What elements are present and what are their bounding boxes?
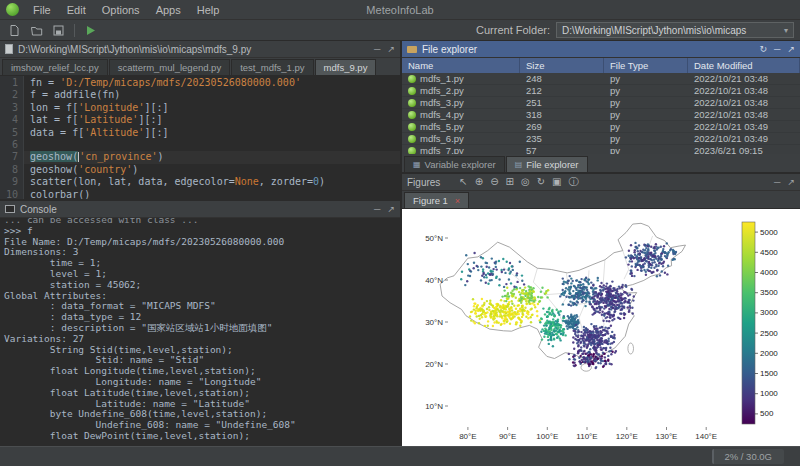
editor-tab[interactable]: mdfs_9.py — [315, 59, 377, 75]
full-extent-icon[interactable]: ◎ — [521, 177, 530, 187]
code-line[interactable] — [24, 139, 400, 151]
figures-panel: Figures ↖⊕⊖⊞◎↻▣ⓘ ─ ↗ Figure 1 × 80°E90°E… — [402, 174, 800, 446]
float-window-icon[interactable]: ↗ — [787, 178, 795, 187]
info-icon[interactable]: ⓘ — [569, 177, 579, 187]
zoom-in-icon[interactable]: ⊕ — [475, 177, 483, 187]
console-output[interactable]: ... can be accessed with class ...>>> fF… — [0, 218, 400, 446]
menu-item-edit[interactable]: Edit — [59, 3, 94, 17]
menu-item-help[interactable]: Help — [189, 3, 228, 17]
figures-header: Figures ↖⊕⊖⊞◎↻▣ⓘ ─ ↗ — [402, 174, 800, 191]
svg-text:90°E: 90°E — [499, 432, 516, 441]
file-row[interactable]: mdfs_1.py248py2022/10/21 03:48 — [402, 73, 800, 85]
file-explorer-panel: File explorer ↻ ─ ↗ NameSizeFile TypeDat… — [402, 41, 800, 174]
open-file-button[interactable] — [28, 22, 45, 39]
python-file-icon — [408, 135, 416, 143]
file-explorer-title: File explorer — [422, 44, 477, 55]
main-toolbar: Current Folder: D:\Working\MIScript\Jyth… — [0, 20, 800, 41]
tab-file-explorer[interactable]: ▤ File explorer — [506, 156, 588, 172]
file-row[interactable]: mdfs_7.py57py2023/6/21 09:15 — [402, 145, 800, 154]
tab-label: Variable explorer — [425, 159, 496, 170]
figures-title: Figures — [407, 177, 440, 188]
code-line[interactable]: lon = f['Longitude'][:] — [24, 102, 400, 114]
app-logo-icon — [6, 3, 19, 16]
minimize-icon[interactable]: ─ — [774, 178, 780, 187]
tab-figure-1[interactable]: Figure 1 × — [404, 192, 469, 208]
figure-canvas[interactable]: 80°E90°E100°E110°E120°E130°E140°E10°N20°… — [402, 209, 800, 446]
code-line[interactable]: geoshow('cn_province') — [24, 151, 400, 163]
code-line[interactable]: colorbar() — [24, 189, 400, 199]
svg-text:100°E: 100°E — [536, 432, 558, 441]
rotate-icon[interactable]: ↻ — [537, 177, 545, 187]
python-file-icon — [408, 75, 416, 83]
file-row[interactable]: mdfs_3.py251py2022/10/21 03:48 — [402, 97, 800, 109]
console-icon — [5, 205, 15, 213]
file-table: NameSizeFile TypeDate Modified mdfs_1.py… — [402, 58, 800, 154]
python-file-icon — [408, 87, 416, 95]
svg-text:40°N: 40°N — [425, 276, 443, 285]
file-row[interactable]: mdfs_6.py235py2022/10/21 03:49 — [402, 133, 800, 145]
tab-label: Figure 1 — [413, 195, 448, 206]
svg-text:5000: 5000 — [760, 228, 778, 237]
file-row[interactable]: mdfs_2.py212py2022/10/21 03:48 — [402, 85, 800, 97]
float-window-icon[interactable]: ↗ — [387, 205, 395, 214]
menu-bar: FileEditOptionsAppsHelp MeteoInfoLab — [0, 0, 800, 20]
memory-indicator[interactable]: 2% / 30.0G — [712, 449, 784, 464]
file-row[interactable]: mdfs_4.py318py2022/10/21 03:48 — [402, 109, 800, 121]
file-row[interactable]: mdfs_5.py269py2022/10/21 03:49 — [402, 121, 800, 133]
editor-tab[interactable]: test_mdfs_1.py — [231, 59, 313, 75]
python-file-icon — [408, 111, 416, 119]
explorer-tabs: ▦ Variable explorer ▤ File explorer — [402, 154, 800, 172]
minimize-icon[interactable]: ─ — [374, 205, 380, 214]
pan-icon[interactable]: ⊞ — [506, 177, 514, 187]
refresh-icon[interactable]: ↻ — [760, 45, 768, 54]
tab-label: File explorer — [526, 159, 578, 170]
code-lines[interactable]: fn = 'D:/Temp/micaps/mdfs/20230526080000… — [24, 76, 400, 199]
code-line[interactable]: data = f['Altitude'][:] — [24, 127, 400, 139]
current-folder-combobox[interactable]: D:\Working\MIScript\Jython\mis\io\micaps… — [556, 22, 794, 38]
editor-tab[interactable]: scatterm_mul_legend.py — [109, 59, 231, 75]
chevron-down-icon[interactable]: ▾ — [784, 26, 788, 35]
column-header-file-type[interactable]: File Type — [604, 58, 688, 73]
svg-text:80°E: 80°E — [459, 432, 476, 441]
minimize-icon[interactable]: ─ — [374, 45, 380, 54]
file-table-header: NameSizeFile TypeDate Modified — [402, 58, 800, 73]
menu-item-file[interactable]: File — [25, 3, 59, 17]
menu-item-options[interactable]: Options — [94, 3, 148, 17]
code-line[interactable]: scatter(lon, lat, data, edgecolor=None, … — [24, 176, 400, 188]
column-header-name[interactable]: Name — [402, 58, 520, 73]
code-line[interactable]: lat = f['Latitude'][:] — [24, 114, 400, 126]
right-column: File explorer ↻ ─ ↗ NameSizeFile TypeDat… — [402, 41, 800, 446]
float-window-icon[interactable]: ↗ — [387, 45, 395, 54]
console-header: Console ─ ↗ — [0, 201, 400, 218]
run-script-button[interactable] — [82, 22, 99, 39]
editor-file-path: D:\Working\MIScript\Jython\mis\io\micaps… — [18, 44, 251, 55]
python-file-icon — [408, 123, 416, 131]
select-arrow-icon[interactable]: ↖ — [459, 177, 467, 187]
code-line[interactable]: fn = 'D:/Temp/micaps/mdfs/20230526080000… — [24, 77, 400, 89]
column-header-size[interactable]: Size — [520, 58, 604, 73]
svg-text:500: 500 — [760, 409, 774, 418]
console-title: Console — [20, 204, 57, 215]
svg-text:110°E: 110°E — [576, 432, 597, 441]
zoom-out-icon[interactable]: ⊖ — [490, 177, 498, 187]
menu-item-apps[interactable]: Apps — [148, 3, 189, 17]
new-file-button[interactable] — [6, 22, 23, 39]
editor-tab[interactable]: imshow_relief_lcc.py — [2, 59, 108, 75]
minimize-icon[interactable]: ─ — [774, 45, 780, 54]
folder-tab-icon: ▤ — [515, 160, 523, 169]
memory-text: 2% / 30.0G — [724, 451, 772, 462]
code-line[interactable]: f = addfile(fn) — [24, 89, 400, 101]
code-line[interactable]: geoshow('country') — [24, 164, 400, 176]
code-editor[interactable]: 12345678910 fn = 'D:/Temp/micaps/mdfs/20… — [0, 76, 400, 199]
save-figure-icon[interactable]: ▣ — [552, 177, 561, 187]
svg-text:20°N: 20°N — [425, 360, 443, 369]
close-icon[interactable]: × — [455, 196, 460, 206]
svg-text:140°E: 140°E — [695, 432, 717, 441]
python-file-icon — [408, 99, 416, 107]
float-window-icon[interactable]: ↗ — [787, 45, 795, 54]
save-button[interactable] — [50, 22, 67, 39]
column-header-date-modified[interactable]: Date Modified — [688, 58, 800, 73]
tab-variable-explorer[interactable]: ▦ Variable explorer — [404, 156, 505, 172]
file-table-rows: mdfs_1.py248py2022/10/21 03:48mdfs_2.py2… — [402, 73, 800, 154]
svg-text:4500: 4500 — [760, 248, 778, 257]
